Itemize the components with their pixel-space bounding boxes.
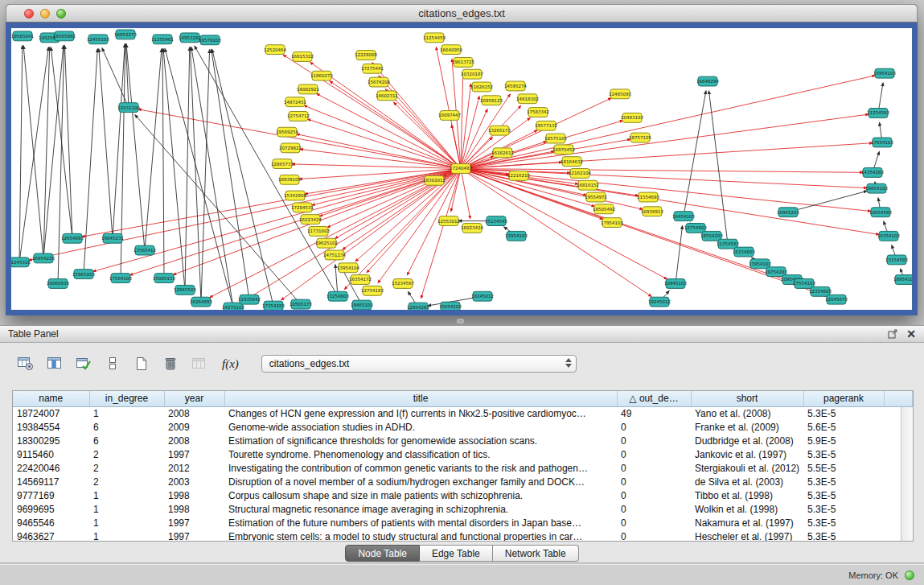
graph-node[interactable]: 19613725 [452, 57, 474, 67]
graph-node[interactable]: 19565041 [11, 31, 34, 41]
column-settings-icon[interactable] [16, 356, 35, 372]
graph-node[interactable]: 16454103 [672, 212, 695, 221]
graph-node[interactable]: 12553012 [437, 216, 460, 226]
graph-edge[interactable] [93, 169, 461, 272]
graph-edge[interactable] [191, 47, 201, 302]
graph-node[interactable]: 12228068 [355, 51, 377, 60]
graph-edge[interactable] [317, 93, 461, 168]
graph-node[interactable]: 14818302 [516, 94, 539, 104]
graph-edge[interactable] [451, 125, 461, 168]
graph-node[interactable]: 17275441 [361, 64, 384, 73]
table-row[interactable]: 977716911998Corpus callosum shape and si… [13, 488, 913, 502]
graph-node[interactable]: 18465103 [351, 300, 373, 310]
graph-edge[interactable] [461, 143, 873, 169]
graph-node[interactable]: 12520464 [264, 45, 286, 55]
graph-edge[interactable] [210, 169, 461, 298]
graph-node[interactable]: 14751234 [323, 250, 346, 260]
graph-node[interactable]: 15134545 [485, 216, 507, 226]
table-row[interactable]: 946554611997Estimation of the future num… [13, 516, 913, 529]
graph-node[interactable]: 12845503 [174, 285, 196, 295]
graph-node[interactable]: 18302012 [423, 175, 446, 185]
graph-node[interactable]: 12455103 [87, 35, 109, 44]
graph-edge[interactable] [145, 49, 162, 250]
graph-edge[interactable] [211, 49, 249, 299]
graph-node[interactable]: 16223424 [299, 215, 322, 225]
graph-node[interactable]: 18164632 [561, 157, 583, 167]
graph-node[interactable]: 12162104 [569, 169, 591, 179]
graph-node[interactable]: 10097447 [438, 111, 461, 121]
network-graph[interactable]: 1724048312520464168153221186027318082921… [11, 28, 912, 310]
graph-node[interactable]: 16815322 [291, 52, 314, 62]
graph-edge[interactable] [58, 46, 64, 284]
import-table-icon[interactable] [190, 356, 209, 372]
graph-node[interactable]: 16970452 [552, 145, 575, 154]
graph-node[interactable]: 16154803 [733, 247, 755, 257]
graph-node[interactable]: 18245012 [471, 291, 494, 301]
graph-edge[interactable] [19, 46, 23, 262]
graph-node[interactable]: 16816152 [577, 180, 599, 190]
table-row[interactable]: 911546021997Tourette syndrome. Phenomeno… [13, 447, 913, 461]
graph-node[interactable]: 14602311 [376, 91, 398, 101]
select-columns-icon[interactable] [45, 356, 64, 372]
graph-edge[interactable] [84, 49, 97, 274]
table-row[interactable]: 946362711997Embryonic stem cells: a mode… [13, 529, 913, 542]
graph-node[interactable]: 16952273 [114, 30, 137, 39]
column-header-short[interactable]: short [691, 391, 803, 406]
graph-node[interactable]: 20729822 [279, 143, 302, 153]
graph-node[interactable]: 12485093 [609, 89, 631, 99]
graph-node[interactable]: 16162612 [491, 148, 514, 158]
graph-node[interactable]: 15654103 [439, 302, 462, 310]
graph-node[interactable]: 10936913 [641, 207, 663, 216]
graph-node[interactable]: 10578203 [199, 35, 221, 45]
tab-edge-table[interactable]: Edge Table [420, 545, 493, 562]
graph-node[interactable]: 15965203 [72, 270, 95, 279]
graph-node[interactable]: 19854103 [865, 183, 888, 193]
table-selector-dropdown[interactable]: citations_edges.txt [261, 355, 577, 373]
graph-node[interactable]: 19554972 [585, 192, 607, 202]
graph-node[interactable]: 11860273 [310, 71, 333, 80]
graph-node[interactable]: 16354172 [349, 275, 372, 285]
graph-edge[interactable] [99, 49, 113, 239]
graph-node[interactable]: 15342908 [284, 191, 306, 200]
table-row[interactable]: 1830029562008Estimation of significance … [13, 434, 913, 447]
column-header-name[interactable]: name [13, 391, 89, 406]
graph-node[interactable]: 15005133 [153, 274, 175, 283]
column-header-title[interactable]: title [224, 391, 617, 406]
column-header-indegree[interactable]: in_degree [89, 391, 164, 406]
table-row[interactable]: 969969511998Structural magnetic resonanc… [13, 502, 913, 516]
graph-edge[interactable] [201, 50, 210, 303]
graph-node[interactable]: 17654103 [871, 138, 893, 147]
graph-node[interactable]: 19569254 [276, 127, 298, 137]
graph-node[interactable]: 18565892 [53, 31, 76, 41]
graph-node[interactable]: 16264893 [190, 297, 212, 307]
table-row[interactable]: 1872400712008Changes of HCN gene express… [13, 406, 913, 420]
graph-node[interactable]: 18757105 [629, 133, 651, 142]
delete-table-icon[interactable] [161, 356, 180, 372]
graph-node[interactable]: 12031100 [117, 103, 140, 113]
graph-node[interactable]: 13265173 [488, 126, 511, 135]
minimize-button[interactable] [40, 9, 50, 19]
graph-edge[interactable] [461, 169, 643, 210]
graph-node[interactable]: 19577132 [535, 121, 557, 130]
graph-edge[interactable] [212, 49, 273, 306]
graph-node[interactable]: 13565412 [133, 245, 156, 255]
graph-node[interactable]: 19245012 [648, 297, 671, 307]
graph-node[interactable]: 12654893 [61, 233, 84, 243]
graph-node[interactable]: 12754712 [287, 112, 310, 122]
graph-node[interactable]: 16023426 [461, 224, 483, 233]
graph-edge[interactable] [64, 46, 72, 239]
graph-node[interactable]: 12865733 [271, 159, 294, 169]
graph-node[interactable]: 14872451 [284, 97, 306, 107]
edit-columns-icon[interactable] [74, 356, 93, 372]
graph-node[interactable]: 13254803 [326, 291, 349, 301]
network-canvas[interactable]: 1724048312520464168153221186027318082921… [6, 23, 918, 315]
graph-node[interactable]: 18938105 [278, 175, 301, 184]
graph-node[interactable]: 10320187 [461, 69, 483, 79]
graph-node[interactable]: 10654583 [869, 208, 892, 217]
graph-edge[interactable] [29, 169, 461, 261]
close-panel-icon[interactable]: ✕ [906, 329, 916, 339]
graph-node[interactable]: 17354283 [262, 301, 285, 310]
graph-edge[interactable] [307, 119, 461, 168]
graph-node[interactable]: 10945103 [664, 279, 687, 289]
graph-edge[interactable] [461, 96, 479, 168]
